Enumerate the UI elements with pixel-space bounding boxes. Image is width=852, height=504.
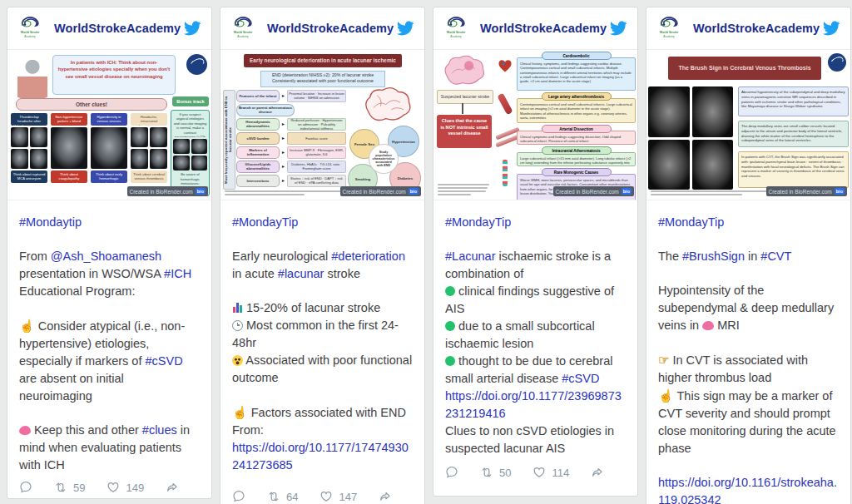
reply-button[interactable] [445, 466, 458, 479]
svg-text:Academy: Academy [237, 35, 249, 38]
share-button[interactable] [591, 466, 604, 479]
doi-link[interactable]: https://doi.org/10.1161/strokeaha.119.02… [658, 476, 837, 504]
svg-text:Academy: Academy [450, 35, 462, 38]
ct-scan-image [191, 139, 208, 154]
hashtag-link[interactable]: #cSVD [146, 354, 183, 368]
mri-image [692, 86, 734, 137]
svg-text:World Stroke: World Stroke [21, 31, 39, 34]
world-stroke-academy-logo: World Stroke Academy [230, 14, 255, 42]
heart-icon [495, 58, 515, 77]
tweet-text: #MondaytipFrom @Ash_Shoamanesh presentat… [7, 200, 211, 481]
ct-scan-image [131, 127, 148, 147]
account-name[interactable]: WorldStrokeAcademy [54, 22, 183, 35]
info-box: The deep medullary veins are small calib… [738, 121, 849, 147]
tweet-header: World Stroke Academy WorldStrokeAcademy [433, 7, 637, 50]
retweet-count: 64 [286, 491, 298, 503]
reply-button[interactable] [232, 490, 245, 503]
finger-right-icon: ☞ [658, 351, 669, 368]
hashtag-link[interactable]: #cSVD [562, 372, 599, 385]
share-button[interactable] [166, 481, 179, 494]
section-title: Arterial Dissection [542, 125, 612, 133]
retweet-button[interactable]: 64 [267, 490, 298, 503]
tweet-header: World Stroke Academy WorldStrokeAcademy [220, 7, 424, 50]
tweet-image-brush-sign[interactable]: The Brush Sign in Cerebral Venous Thromb… [646, 50, 850, 200]
svg-text:World Stroke: World Stroke [234, 31, 252, 34]
world-stroke-academy-logo: World Stroke Academy [17, 14, 42, 42]
wsa-badge-icon [186, 54, 207, 75]
twitter-icon[interactable] [183, 19, 201, 37]
brain-label: Suspected lacunar stroke [437, 90, 493, 104]
share-button[interactable] [379, 490, 392, 503]
clock-icon [232, 320, 243, 331]
account-name[interactable]: WorldStrokeAcademy [480, 22, 609, 35]
clue-column: Headache, intracranial hypertension synd… [131, 113, 167, 183]
section-title: Rare Monogenic Causes [542, 168, 612, 176]
doi-link[interactable]: https://doi.org/10.1177/2396987323121941… [445, 389, 622, 420]
mri-image [648, 140, 690, 190]
tweet-paragraph: Keep this and other #clues in mind when … [19, 422, 200, 474]
tweet-paragraph: #MondayTip [232, 214, 413, 231]
row-label: cSVD burden [236, 132, 280, 145]
hashtag-link[interactable]: #MondayTip [232, 215, 298, 229]
tweet-paragraph: #MondayTip [658, 214, 839, 231]
biorender-logo: bio [196, 188, 206, 195]
tweet-board: World Stroke Academy WorldStrokeAcademy … [0, 0, 852, 504]
biorender-credit: Created in BioRender.combio [127, 186, 209, 196]
dizzy-icon [232, 355, 243, 366]
clue-label: Non-hypertensive pattern + blood [51, 113, 87, 126]
row-label: Interventions [236, 175, 280, 187]
association-rows: Features of the infarct ► Proximal locat… [236, 90, 346, 187]
twitter-icon[interactable] [396, 19, 414, 37]
retweet-button[interactable]: 50 [480, 466, 511, 479]
association-row: cSVD burden ► Fazekas score [236, 132, 346, 145]
account-name[interactable]: WorldStrokeAcademy [693, 22, 822, 35]
etiology-sections: Cardioembolic Clinical history, symptoms… [517, 52, 636, 200]
tweet-image-ich-clues[interactable]: In patients with ICH: Think about non-hy… [7, 50, 211, 200]
doi-link[interactable]: https://doi.org/10.1177/1747493024127368… [232, 441, 409, 472]
artery-icon [495, 93, 515, 115]
like-button[interactable]: 114 [532, 466, 569, 479]
ct-scan-image [191, 156, 208, 170]
account-name[interactable]: WorldStrokeAcademy [267, 22, 396, 35]
mention-link[interactable]: @Ash_Shoamanesh [51, 250, 161, 263]
hashtag-link[interactable]: #deterioration [331, 250, 405, 263]
citation-text [438, 184, 489, 195]
hashtag-link[interactable]: #ICH [164, 267, 191, 280]
like-button[interactable]: 147 [320, 490, 357, 503]
brain-illustration [360, 85, 415, 128]
twitter-icon[interactable] [609, 19, 627, 37]
like-button[interactable]: 149 [106, 481, 144, 494]
retweet-button[interactable]: 59 [54, 481, 85, 494]
hashtag-link[interactable]: #clues [142, 423, 177, 437]
tweet-paragraph: Early neurological #deterioration in acu… [232, 248, 413, 283]
ct-scan-image [11, 127, 28, 147]
twitter-icon[interactable] [822, 19, 840, 37]
arrow-icon: ► [281, 161, 285, 173]
clue-conclusion: Think about coagulopathy associated hemo… [51, 170, 87, 183]
ct-scan-image [150, 127, 167, 147]
reply-button[interactable] [19, 481, 32, 494]
tweet-actions: 64 147 [220, 490, 424, 504]
clue-conclusion: Think about cerebral venous thrombosis [131, 170, 167, 183]
row-detail: Reduced perfusion · Hypertension on admi… [287, 118, 346, 131]
clue-column: Non-hypertensive pattern + blood Think a… [51, 113, 87, 183]
hashtag-link[interactable]: #Lacunar [445, 250, 495, 263]
world-stroke-academy-logo: World Stroke Academy [656, 14, 681, 42]
hashtag-link[interactable]: #Mondaytip [19, 215, 82, 229]
section-title: Cardioembolic [542, 52, 612, 60]
hashtag-link[interactable]: #lacunar [278, 267, 324, 280]
row-label: Branch or parent atheromatous disease [236, 104, 295, 116]
tweet-paragraph: ☝ Factors associated with ENDFrom:https:… [232, 403, 413, 474]
hashtag-link[interactable]: #MondayTip [445, 215, 511, 229]
row-label: Glucose/Lipids abnormalities [236, 161, 280, 173]
hashtag-link[interactable]: #BrushSign [682, 250, 745, 263]
hashtag-link[interactable]: #MondayTip [658, 215, 724, 229]
brain-icon [702, 321, 714, 330]
row-label: Markers of inflammation [236, 146, 280, 159]
tweet-image-end-lacunar[interactable]: Early neurological deterioration in acut… [220, 50, 424, 200]
hashtag-link[interactable]: #CVT [760, 250, 791, 263]
arrow-down [462, 103, 463, 114]
embedded-tweet-grid: World Stroke Academy WorldStrokeAcademy … [0, 0, 852, 504]
tweet-image-lacunar-clues[interactable]: Suspected lacunar stroke Clues that the … [433, 50, 637, 200]
arrow-icon: ► [281, 175, 285, 187]
